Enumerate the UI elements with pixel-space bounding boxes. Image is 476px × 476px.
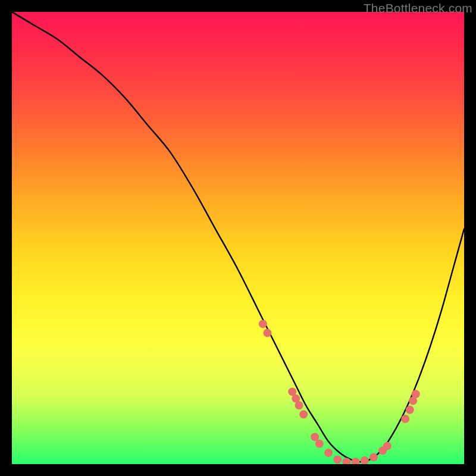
marker-dot <box>406 406 414 414</box>
marker-dot <box>383 442 392 450</box>
marker-dot <box>315 440 324 448</box>
watermark-text: TheBottleneck.com <box>364 1 472 15</box>
marker-dot <box>324 449 333 457</box>
marker-dot <box>299 410 308 418</box>
marker-dot <box>259 320 267 328</box>
marker-dot <box>369 453 378 462</box>
marker-dot <box>333 455 342 464</box>
chart-frame: TheBottleneck.com <box>0 0 476 476</box>
bottleneck-curve <box>12 12 464 462</box>
marker-dot <box>352 458 360 464</box>
marker-dot <box>401 415 409 423</box>
marker-dot <box>412 390 420 398</box>
marker-dot <box>361 456 369 464</box>
curve-layer <box>12 12 464 464</box>
marker-dot <box>263 329 271 337</box>
marker-dot <box>311 433 319 441</box>
marker-group <box>259 320 420 464</box>
marker-dot <box>295 401 303 409</box>
plot-area <box>12 12 464 464</box>
